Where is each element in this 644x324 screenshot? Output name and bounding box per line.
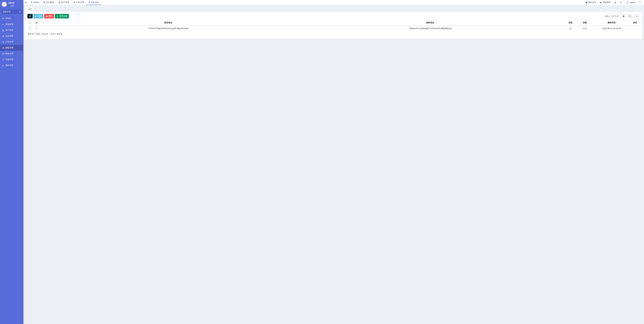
sidebar-item-0[interactable]: 控制台 xyxy=(0,15,24,21)
topbar-tabs: 控制台支付配置用户管理订单管理授权管理 xyxy=(28,0,101,5)
sidebar: admin 在线 控制台系统配置‹用户管理商品管理‹订单管理授权管理模板管理对接… xyxy=(0,0,24,324)
credit-icon xyxy=(44,1,46,4)
cell-remark: - xyxy=(630,26,640,31)
topbar: 控制台支付配置用户管理订单管理授权管理 网站首页 清除缓存 xyxy=(24,0,644,5)
svg-rect-34 xyxy=(630,16,630,17)
home-icon xyxy=(586,1,588,3)
settings-button[interactable] xyxy=(638,0,642,5)
col-balance[interactable]: 余额 xyxy=(576,20,593,26)
list-icon xyxy=(88,1,90,3)
home-link[interactable]: 网站首页 xyxy=(584,0,598,5)
svg-rect-31 xyxy=(629,15,630,16)
sidebar-search xyxy=(1,9,22,14)
topbar-tab-label: 授权管理 xyxy=(91,1,99,4)
expand-icon xyxy=(620,1,622,3)
update-balance-button[interactable]: 更新余额 xyxy=(55,14,69,18)
svg-point-5 xyxy=(3,37,3,37)
hamburger-button[interactable] xyxy=(24,0,28,5)
sidebar-item-3[interactable]: 商品管理‹ xyxy=(0,33,24,39)
sidebar-item-label: 订单管理 xyxy=(5,40,14,43)
select-all-checkbox[interactable] xyxy=(29,21,31,24)
sidebar-item-6[interactable]: 模板管理 xyxy=(0,51,24,57)
chevron-left-icon: ‹ xyxy=(21,23,22,25)
cell-auth-address: TWs8uvPCzJ1RmQZXYH2VJmVCrjfd6yMQUQ xyxy=(296,26,565,31)
dashboard-icon xyxy=(30,1,32,4)
svg-point-3 xyxy=(3,24,4,25)
svg-point-8 xyxy=(2,42,3,42)
col-fry-address[interactable]: 鱼苗地址 xyxy=(41,20,296,26)
export-icon xyxy=(636,15,638,17)
refresh-icon xyxy=(29,15,31,17)
sidebar-item-8[interactable]: 插件管理 xyxy=(0,62,24,68)
topbar-tab-label: 用户管理 xyxy=(61,1,69,4)
chevron-left-icon: ‹ xyxy=(21,35,22,37)
col-id[interactable]: Id xyxy=(32,20,41,26)
user-name: admin xyxy=(8,2,14,4)
topbar-tab-1[interactable]: 支付配置 xyxy=(42,0,56,5)
col-type[interactable]: 类型 xyxy=(565,20,576,26)
trash-icon xyxy=(600,1,602,3)
gear-icon xyxy=(639,1,641,3)
topbar-tab-2[interactable]: 用户管理 xyxy=(56,0,71,5)
order-search-input[interactable] xyxy=(603,14,620,18)
svg-point-22 xyxy=(74,2,74,2)
delete-button[interactable]: 删除 xyxy=(44,14,54,18)
svg-rect-32 xyxy=(630,15,630,16)
cell-fry-address: TTnG2X7PqCEFKtK3YaJXyZiFu8bySSv2wD xyxy=(41,26,296,31)
chevron-left-icon: ‹ xyxy=(21,59,22,60)
language-button[interactable] xyxy=(613,0,618,5)
svg-point-0 xyxy=(19,11,21,12)
user-icon xyxy=(2,29,4,31)
topbar-tab-0[interactable]: 控制台 xyxy=(28,0,42,5)
list-icon xyxy=(73,1,75,4)
svg-point-27 xyxy=(88,2,89,3)
cell-balance: 1.11 xyxy=(576,26,593,31)
sidebar-item-5[interactable]: 授权管理 xyxy=(0,45,24,51)
sidebar-item-label: 商品管理 xyxy=(5,35,14,37)
edit-button[interactable]: 编辑 xyxy=(34,14,44,18)
sidebar-item-label: 控制台 xyxy=(5,17,12,20)
svg-rect-20 xyxy=(44,2,45,2)
topbar-tab-4[interactable]: 授权管理 xyxy=(86,0,101,5)
plug-icon xyxy=(2,64,4,66)
sidebar-item-4[interactable]: 订单管理 xyxy=(0,39,24,45)
cog-icon xyxy=(2,23,4,25)
export-button[interactable]: ▾ xyxy=(634,14,640,18)
col-remark[interactable]: 备注 xyxy=(630,20,640,26)
trash-icon xyxy=(46,15,48,17)
sidebar-search-button[interactable] xyxy=(18,9,22,14)
fullscreen-button[interactable] xyxy=(619,0,623,5)
sidebar-item-label: 系统配置 xyxy=(5,23,14,26)
topbar-tab-3[interactable]: 订单管理 xyxy=(71,0,86,5)
svg-point-6 xyxy=(4,37,4,37)
sidebar-item-label: 授权管理 xyxy=(5,46,14,49)
svg-line-1 xyxy=(20,12,21,12)
sidebar-item-label: 用户管理 xyxy=(5,29,14,32)
row-checkbox[interactable] xyxy=(29,27,31,29)
col-auth-time[interactable]: 授权时间 xyxy=(593,20,630,26)
table-row[interactable]: 1TTnG2X7PqCEFKtK3YaJXyZiFu8bySSv2wDTWs8u… xyxy=(27,26,640,31)
tab-all[interactable]: 全部 xyxy=(25,7,34,12)
user-panel: admin 在线 xyxy=(0,0,24,8)
svg-point-12 xyxy=(2,48,3,49)
columns-button[interactable] xyxy=(621,14,626,18)
sidebar-item-7[interactable]: 对接管理‹ xyxy=(0,57,24,62)
svg-point-11 xyxy=(2,48,3,48)
sidebar-search-input[interactable] xyxy=(1,9,18,14)
sidebar-item-1[interactable]: 系统配置‹ xyxy=(0,21,24,27)
svg-rect-13 xyxy=(2,53,4,54)
main-area: 控制台支付配置用户管理订单管理授权管理 网站首页 清除缓存 xyxy=(24,0,644,324)
clear-cache-link[interactable]: 清除缓存 xyxy=(598,0,612,5)
sidebar-item-2[interactable]: 用户管理 xyxy=(0,27,24,33)
view-button[interactable]: ▾ xyxy=(627,14,633,18)
refresh-icon xyxy=(56,15,58,17)
col-auth-address[interactable]: 授权地址 xyxy=(296,20,565,26)
search-icon xyxy=(19,11,21,13)
svg-point-28 xyxy=(640,2,640,3)
cell-auth-time: 2022-05-22 21:01:44 xyxy=(593,26,630,31)
svg-point-25 xyxy=(88,1,89,2)
svg-rect-33 xyxy=(629,16,630,17)
topbar-user[interactable]: admin xyxy=(624,0,636,5)
refresh-button[interactable] xyxy=(27,14,33,18)
avatar-small xyxy=(626,1,629,4)
